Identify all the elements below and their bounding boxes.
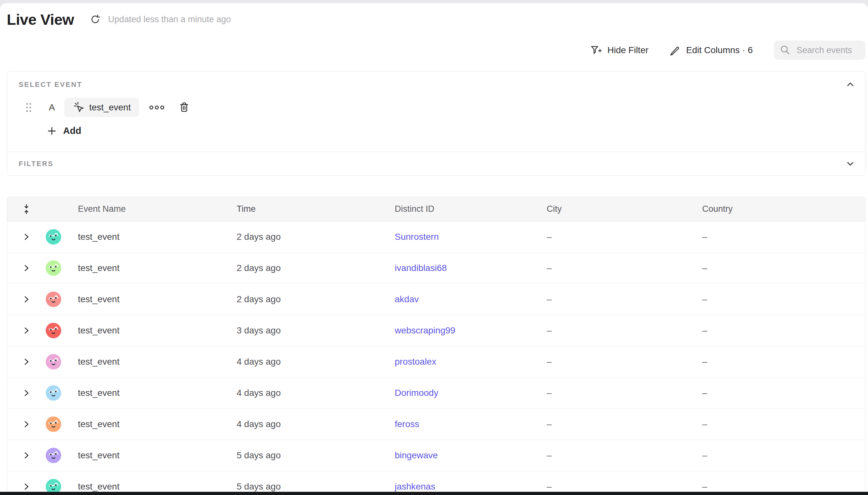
column-header-time[interactable]: Time — [237, 204, 395, 214]
table-row[interactable]: test_event 5 days ago jashkenas – – — [7, 471, 865, 495]
distinct-id-link[interactable]: feross — [395, 419, 419, 429]
distinct-id-link[interactable]: bingewave — [395, 450, 438, 460]
refresh-icon — [89, 14, 101, 25]
expand-row-button[interactable] — [21, 293, 32, 305]
cell-country: – — [702, 388, 865, 398]
expand-row-button[interactable] — [21, 231, 32, 243]
row-expand-chevron-icon — [22, 264, 30, 272]
distinct-id-link[interactable]: jashkenas — [395, 481, 435, 492]
toolbar: Hide Filter Edit Columns · 6 — [0, 40, 868, 60]
column-header-city[interactable]: City — [547, 204, 702, 214]
cell-event-name: test_event — [78, 232, 237, 242]
hide-filter-label: Hide Filter — [607, 45, 648, 55]
select-event-section: SELECT EVENT A — [7, 71, 865, 152]
cell-time: 4 days ago — [237, 419, 395, 429]
column-header-distinct-id[interactable]: Distinct ID — [395, 204, 547, 214]
expand-row-button[interactable] — [21, 356, 32, 368]
cell-time: 5 days ago — [237, 481, 395, 492]
collapse-rows-icon — [22, 204, 31, 215]
event-letter: A — [48, 102, 55, 113]
expand-row-button[interactable] — [21, 262, 32, 274]
cell-city: – — [547, 294, 702, 305]
hide-filter-button[interactable]: Hide Filter — [590, 45, 648, 56]
pencil-icon — [669, 45, 681, 56]
cell-event-name: test_event — [78, 450, 237, 461]
expand-row-button[interactable] — [21, 387, 32, 399]
cell-event-name: test_event — [78, 388, 237, 398]
avatar-face — [46, 292, 61, 307]
table-row[interactable]: test_event 3 days ago webscraping99 – – — [7, 315, 865, 346]
cell-city: – — [547, 357, 702, 367]
avatar-face — [46, 354, 61, 370]
bottom-screen-edge — [0, 492, 868, 495]
live-view-screen: Live View Updated less than a minute ago… — [0, 3, 868, 495]
row-expand-chevron-icon — [22, 233, 30, 241]
query-builder-panel: SELECT EVENT A — [7, 71, 865, 176]
table-row[interactable]: test_event 5 days ago bingewave – – — [7, 440, 865, 471]
funnel-plus-icon — [590, 45, 602, 56]
column-header-event-name[interactable]: Event Name — [78, 204, 237, 214]
cell-city: – — [547, 325, 702, 336]
cell-event-name: test_event — [78, 294, 237, 305]
cell-time: 2 days ago — [237, 263, 395, 273]
cell-event-name: test_event — [78, 325, 237, 336]
column-header-country[interactable]: Country — [702, 204, 865, 214]
row-expand-chevron-icon — [22, 389, 30, 397]
row-expand-chevron-icon — [22, 295, 30, 304]
more-options-button[interactable] — [149, 105, 165, 110]
filters-label: FILTERS — [19, 160, 53, 168]
cell-city: – — [547, 232, 702, 242]
cell-country: – — [702, 232, 865, 242]
cell-country: – — [702, 357, 865, 367]
edit-columns-button[interactable]: Edit Columns · 6 — [669, 45, 753, 56]
table-row[interactable]: test_event 2 days ago ivandiblasi68 – – — [7, 253, 865, 284]
table-row[interactable]: test_event 2 days ago Sunrostern – – — [7, 221, 865, 253]
table-header: Event Name Time Distinct ID City Country — [7, 197, 865, 221]
cell-country: – — [702, 325, 865, 336]
expand-row-button[interactable] — [21, 418, 32, 430]
table-row[interactable]: test_event 4 days ago prostoalex – – — [7, 346, 865, 377]
avatar-face — [46, 385, 61, 401]
expand-row-button[interactable] — [21, 449, 32, 462]
cell-country: – — [702, 419, 865, 429]
filters-section: FILTERS — [7, 152, 865, 175]
add-event-button[interactable]: Add — [47, 125, 81, 136]
table-row[interactable]: test_event 2 days ago akdav – – — [7, 284, 865, 315]
distinct-id-link[interactable]: webscraping99 — [395, 325, 455, 335]
cell-event-name: test_event — [78, 263, 237, 273]
collapse-select-event-button[interactable] — [845, 79, 856, 90]
page-title: Live View — [7, 11, 74, 28]
cell-time: 2 days ago — [237, 232, 395, 242]
table-row[interactable]: test_event 4 days ago Dorimoody – – — [7, 377, 865, 409]
search-input[interactable] — [796, 45, 860, 56]
cell-country: – — [702, 263, 865, 273]
row-expand-chevron-icon — [22, 326, 30, 335]
collapse-all-rows-button[interactable] — [20, 202, 33, 217]
event-row: A test_event — [19, 98, 865, 117]
avatar-face — [46, 416, 61, 432]
row-expand-chevron-icon — [22, 358, 30, 366]
expand-row-button[interactable] — [21, 324, 32, 337]
cell-time: 3 days ago — [237, 325, 395, 336]
cell-country: – — [702, 450, 865, 461]
chevron-up-icon — [846, 80, 855, 89]
distinct-id-link[interactable]: Sunrostern — [395, 232, 439, 242]
plus-icon — [47, 126, 57, 136]
expand-row-button[interactable] — [21, 480, 32, 493]
cell-country: – — [702, 481, 865, 492]
distinct-id-link[interactable]: Dorimoody — [395, 388, 438, 398]
expand-filters-button[interactable] — [845, 158, 856, 170]
cell-time: 5 days ago — [237, 450, 395, 461]
trash-icon — [178, 101, 190, 114]
delete-event-button[interactable] — [178, 101, 190, 114]
cell-event-name: test_event — [78, 481, 237, 492]
event-chip[interactable]: test_event — [64, 98, 139, 117]
table-row[interactable]: test_event 4 days ago feross – – — [7, 409, 865, 440]
search-events-box[interactable] — [774, 40, 865, 60]
distinct-id-link[interactable]: ivandiblasi68 — [395, 263, 447, 273]
refresh-button[interactable] — [89, 14, 101, 25]
distinct-id-link[interactable]: prostoalex — [395, 357, 436, 366]
distinct-id-link[interactable]: akdav — [395, 294, 419, 304]
cell-city: – — [547, 419, 702, 429]
drag-handle-icon[interactable] — [25, 102, 32, 113]
